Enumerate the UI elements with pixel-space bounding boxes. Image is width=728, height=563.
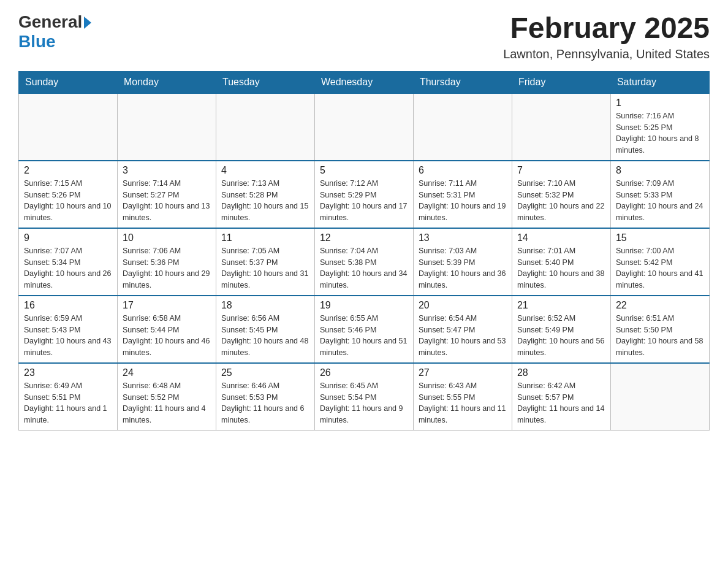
day-info: Sunrise: 7:07 AMSunset: 5:34 PMDaylight:… <box>24 245 112 291</box>
day-info: Sunrise: 7:10 AMSunset: 5:32 PMDaylight:… <box>517 178 605 224</box>
day-info: Sunrise: 6:59 AMSunset: 5:43 PMDaylight:… <box>24 313 112 359</box>
day-number: 15 <box>616 232 704 243</box>
location-subtitle: Lawnton, Pennsylvania, United States <box>503 47 710 61</box>
day-info: Sunrise: 6:42 AMSunset: 5:57 PMDaylight:… <box>517 380 605 426</box>
day-cell: 22Sunrise: 6:51 AMSunset: 5:50 PMDayligh… <box>610 296 709 363</box>
day-number: 20 <box>419 300 507 311</box>
day-info: Sunrise: 7:06 AMSunset: 5:36 PMDaylight:… <box>123 245 211 291</box>
day-number: 10 <box>123 232 211 243</box>
day-info: Sunrise: 7:14 AMSunset: 5:27 PMDaylight:… <box>123 178 211 224</box>
logo: General Blue <box>18 12 91 52</box>
day-info: Sunrise: 6:46 AMSunset: 5:53 PMDaylight:… <box>221 380 309 426</box>
day-number: 8 <box>616 165 704 176</box>
day-cell: 27Sunrise: 6:43 AMSunset: 5:55 PMDayligh… <box>413 363 512 431</box>
calendar-table: Sunday Monday Tuesday Wednesday Thursday… <box>18 71 710 431</box>
day-info: Sunrise: 7:01 AMSunset: 5:40 PMDaylight:… <box>517 245 605 291</box>
col-tuesday: Tuesday <box>216 71 314 93</box>
day-number: 7 <box>517 165 605 176</box>
day-info: Sunrise: 6:51 AMSunset: 5:50 PMDaylight:… <box>616 313 704 359</box>
day-info: Sunrise: 6:52 AMSunset: 5:49 PMDaylight:… <box>517 313 605 359</box>
day-number: 6 <box>419 165 507 176</box>
day-number: 17 <box>123 300 211 311</box>
week-row-0: 1Sunrise: 7:16 AMSunset: 5:25 PMDaylight… <box>19 93 710 161</box>
day-cell: 6Sunrise: 7:11 AMSunset: 5:31 PMDaylight… <box>413 161 512 228</box>
title-area: February 2025 Lawnton, Pennsylvania, Uni… <box>503 12 710 61</box>
day-cell: 14Sunrise: 7:01 AMSunset: 5:40 PMDayligh… <box>512 228 610 296</box>
day-cell: 9Sunrise: 7:07 AMSunset: 5:34 PMDaylight… <box>19 228 118 296</box>
day-cell <box>512 93 610 161</box>
day-cell: 26Sunrise: 6:45 AMSunset: 5:54 PMDayligh… <box>314 363 413 431</box>
day-number: 5 <box>320 165 408 176</box>
day-cell: 1Sunrise: 7:16 AMSunset: 5:25 PMDaylight… <box>610 93 709 161</box>
day-info: Sunrise: 7:00 AMSunset: 5:42 PMDaylight:… <box>616 245 704 291</box>
day-number: 18 <box>221 300 309 311</box>
day-info: Sunrise: 6:45 AMSunset: 5:54 PMDaylight:… <box>320 380 408 426</box>
day-info: Sunrise: 7:12 AMSunset: 5:29 PMDaylight:… <box>320 178 408 224</box>
day-info: Sunrise: 7:04 AMSunset: 5:38 PMDaylight:… <box>320 245 408 291</box>
page-header: General Blue February 2025 Lawnton, Penn… <box>18 12 710 61</box>
day-number: 11 <box>221 232 309 243</box>
day-cell <box>610 363 709 431</box>
day-number: 4 <box>221 165 309 176</box>
week-row-3: 16Sunrise: 6:59 AMSunset: 5:43 PMDayligh… <box>19 296 710 363</box>
day-number: 22 <box>616 300 704 311</box>
day-number: 27 <box>419 367 507 378</box>
day-info: Sunrise: 7:15 AMSunset: 5:26 PMDaylight:… <box>24 178 112 224</box>
col-monday: Monday <box>117 71 216 93</box>
day-info: Sunrise: 7:13 AMSunset: 5:28 PMDaylight:… <box>221 178 309 224</box>
day-cell: 15Sunrise: 7:00 AMSunset: 5:42 PMDayligh… <box>610 228 709 296</box>
logo-general-text: General <box>18 12 91 32</box>
day-number: 28 <box>517 367 605 378</box>
day-cell: 24Sunrise: 6:48 AMSunset: 5:52 PMDayligh… <box>117 363 216 431</box>
day-cell: 12Sunrise: 7:04 AMSunset: 5:38 PMDayligh… <box>314 228 413 296</box>
day-number: 26 <box>320 367 408 378</box>
week-row-2: 9Sunrise: 7:07 AMSunset: 5:34 PMDaylight… <box>19 228 710 296</box>
day-cell <box>19 93 118 161</box>
day-cell <box>314 93 413 161</box>
day-info: Sunrise: 6:49 AMSunset: 5:51 PMDaylight:… <box>24 380 112 426</box>
week-row-1: 2Sunrise: 7:15 AMSunset: 5:26 PMDaylight… <box>19 161 710 228</box>
day-number: 19 <box>320 300 408 311</box>
day-number: 12 <box>320 232 408 243</box>
day-number: 3 <box>123 165 211 176</box>
day-number: 24 <box>123 367 211 378</box>
day-number: 16 <box>24 300 112 311</box>
logo-blue-text: Blue <box>18 32 56 52</box>
day-cell: 19Sunrise: 6:55 AMSunset: 5:46 PMDayligh… <box>314 296 413 363</box>
day-info: Sunrise: 7:09 AMSunset: 5:33 PMDaylight:… <box>616 178 704 224</box>
day-cell: 17Sunrise: 6:58 AMSunset: 5:44 PMDayligh… <box>117 296 216 363</box>
day-number: 25 <box>221 367 309 378</box>
day-cell: 21Sunrise: 6:52 AMSunset: 5:49 PMDayligh… <box>512 296 610 363</box>
day-cell: 25Sunrise: 6:46 AMSunset: 5:53 PMDayligh… <box>216 363 314 431</box>
day-info: Sunrise: 7:16 AMSunset: 5:25 PMDaylight:… <box>616 110 704 156</box>
day-cell <box>413 93 512 161</box>
day-cell: 23Sunrise: 6:49 AMSunset: 5:51 PMDayligh… <box>19 363 118 431</box>
day-cell: 2Sunrise: 7:15 AMSunset: 5:26 PMDaylight… <box>19 161 118 228</box>
week-row-4: 23Sunrise: 6:49 AMSunset: 5:51 PMDayligh… <box>19 363 710 431</box>
day-info: Sunrise: 6:58 AMSunset: 5:44 PMDaylight:… <box>123 313 211 359</box>
day-cell: 3Sunrise: 7:14 AMSunset: 5:27 PMDaylight… <box>117 161 216 228</box>
day-cell: 5Sunrise: 7:12 AMSunset: 5:29 PMDaylight… <box>314 161 413 228</box>
col-saturday: Saturday <box>610 71 709 93</box>
day-number: 14 <box>517 232 605 243</box>
day-info: Sunrise: 6:43 AMSunset: 5:55 PMDaylight:… <box>419 380 507 426</box>
day-cell: 11Sunrise: 7:05 AMSunset: 5:37 PMDayligh… <box>216 228 314 296</box>
day-info: Sunrise: 6:48 AMSunset: 5:52 PMDaylight:… <box>123 380 211 426</box>
day-info: Sunrise: 7:11 AMSunset: 5:31 PMDaylight:… <box>419 178 507 224</box>
day-cell: 7Sunrise: 7:10 AMSunset: 5:32 PMDaylight… <box>512 161 610 228</box>
day-number: 9 <box>24 232 112 243</box>
day-number: 21 <box>517 300 605 311</box>
logo-general-word: General <box>18 12 82 32</box>
col-friday: Friday <box>512 71 610 93</box>
calendar-header-row: Sunday Monday Tuesday Wednesday Thursday… <box>19 71 710 93</box>
day-info: Sunrise: 6:55 AMSunset: 5:46 PMDaylight:… <box>320 313 408 359</box>
day-cell: 4Sunrise: 7:13 AMSunset: 5:28 PMDaylight… <box>216 161 314 228</box>
day-info: Sunrise: 7:03 AMSunset: 5:39 PMDaylight:… <box>419 245 507 291</box>
day-cell: 18Sunrise: 6:56 AMSunset: 5:45 PMDayligh… <box>216 296 314 363</box>
day-number: 23 <box>24 367 112 378</box>
day-cell: 20Sunrise: 6:54 AMSunset: 5:47 PMDayligh… <box>413 296 512 363</box>
col-wednesday: Wednesday <box>314 71 413 93</box>
day-cell: 13Sunrise: 7:03 AMSunset: 5:39 PMDayligh… <box>413 228 512 296</box>
day-cell <box>117 93 216 161</box>
day-info: Sunrise: 7:05 AMSunset: 5:37 PMDaylight:… <box>221 245 309 291</box>
